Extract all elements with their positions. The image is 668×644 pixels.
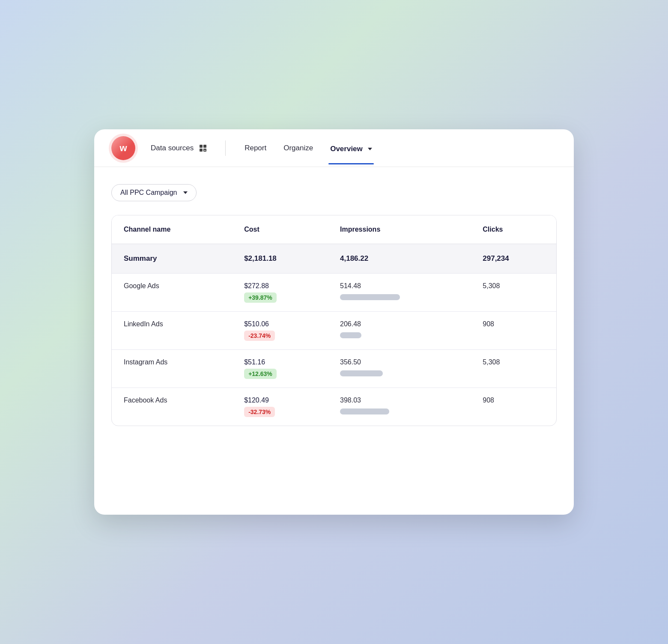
- navigation: w Data sources + Report Or: [94, 129, 574, 167]
- table-header-row: Channel name Cost Impressions Clicks: [112, 215, 556, 244]
- nav-item-datasources[interactable]: Data sources +: [149, 140, 208, 156]
- table-row: LinkedIn Ads $510.06 -23.74% 206.48 908: [112, 312, 556, 350]
- row-impressions: 514.48: [328, 274, 471, 312]
- row-cost: $510.06 -23.74%: [232, 312, 328, 350]
- col-header-impressions: Impressions: [328, 215, 471, 244]
- nav-item-report[interactable]: Report: [243, 140, 268, 156]
- impression-bar: [340, 370, 383, 376]
- nav-report-label: Report: [245, 144, 266, 152]
- row-cost: $51.16 +12.63%: [232, 350, 328, 388]
- nav-overview-label: Overview: [330, 145, 363, 153]
- impression-bar: [340, 332, 361, 338]
- row-impressions: 356.50: [328, 350, 471, 388]
- change-badge: -32.73%: [244, 407, 275, 417]
- impression-bar: [340, 408, 389, 414]
- change-badge: +39.87%: [244, 292, 277, 303]
- change-badge: +12.63%: [244, 369, 277, 379]
- logo-letter: w: [119, 143, 127, 154]
- table-row: Instagram Ads $51.16 +12.63% 356.50 5,30…: [112, 350, 556, 388]
- nav-item-overview[interactable]: Overview: [328, 141, 374, 155]
- summary-row: Summary $2,181.18 4,186.22 297,234: [112, 244, 556, 274]
- main-content: All PPC Campaign Channel name Cost Impre…: [94, 167, 574, 447]
- row-channel: LinkedIn Ads: [112, 312, 232, 350]
- table-row: Google Ads $272.88 +39.87% 514.48 5,308: [112, 274, 556, 312]
- row-channel: Google Ads: [112, 274, 232, 312]
- col-header-cost: Cost: [232, 215, 328, 244]
- chevron-down-icon: [368, 148, 372, 150]
- row-cost: $120.49 -32.73%: [232, 388, 328, 426]
- change-badge: -23.74%: [244, 331, 275, 341]
- logo: w: [111, 136, 135, 160]
- summary-clicks: 297,234: [471, 244, 556, 274]
- table-row: Facebook Ads $120.49 -32.73% 398.03 908: [112, 388, 556, 426]
- row-cost: $272.88 +39.87%: [232, 274, 328, 312]
- summary-channel: Summary: [112, 244, 232, 274]
- campaign-selector-button[interactable]: All PPC Campaign: [111, 184, 197, 201]
- col-header-clicks: Clicks: [471, 215, 556, 244]
- main-card: w Data sources + Report Or: [94, 129, 574, 515]
- nav-organize-label: Organize: [283, 144, 313, 152]
- row-impressions: 398.03: [328, 388, 471, 426]
- impression-bar: [340, 294, 400, 300]
- row-clicks: 908: [471, 312, 556, 350]
- summary-impressions: 4,186.22: [328, 244, 471, 274]
- row-clicks: 5,308: [471, 274, 556, 312]
- summary-cost: $2,181.18: [232, 244, 328, 274]
- grid-plus-icon: +: [200, 145, 206, 152]
- data-table: Channel name Cost Impressions Clicks Sum…: [111, 215, 557, 426]
- nav-datasources-label: Data sources: [151, 144, 194, 152]
- row-channel: Facebook Ads: [112, 388, 232, 426]
- nav-divider: [225, 140, 226, 156]
- row-impressions: 206.48: [328, 312, 471, 350]
- row-clicks: 908: [471, 388, 556, 426]
- nav-item-organize[interactable]: Organize: [282, 140, 315, 156]
- campaign-selector-chevron-icon: [183, 191, 188, 194]
- row-channel: Instagram Ads: [112, 350, 232, 388]
- campaign-selector-label: All PPC Campaign: [120, 189, 177, 197]
- col-header-channel: Channel name: [112, 215, 232, 244]
- row-clicks: 5,308: [471, 350, 556, 388]
